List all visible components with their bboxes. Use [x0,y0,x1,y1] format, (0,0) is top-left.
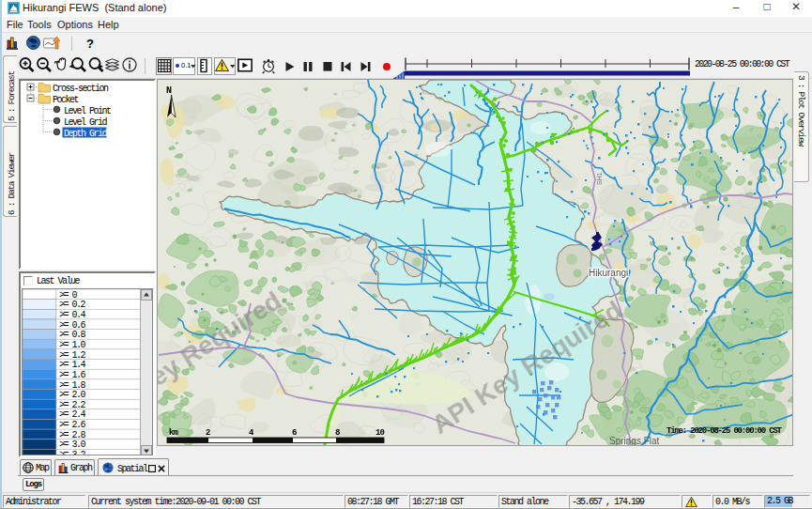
svg-text:6: 6 [292,428,297,438]
svg-text:>= 2.6: >= 2.6 [59,420,86,430]
svg-text:>= 1.6: >= 1.6 [59,370,86,380]
svg-text:>= 2.4: >= 2.4 [59,409,86,420]
svg-text:Cross-section: Cross-section [53,84,109,94]
svg-text:>= 0: >= 0 [59,290,78,301]
svg-text:8: 8 [335,428,340,438]
svg-text:2: 2 [206,428,210,438]
svg-text:>= 0.6: >= 0.6 [59,320,86,331]
svg-text:N: N [166,85,172,96]
svg-text:>= 2.8: >= 2.8 [59,430,86,440]
svg-text:Pocket: Pocket [53,95,79,105]
svg-text:>= 1.2: >= 1.2 [59,350,86,361]
svg-text:Time: 2020-08-25 00:00:00 CST: Time: 2020-08-25 00:00:00 CST [666,426,783,436]
svg-text:>= 3.0: >= 3.0 [59,440,86,450]
svg-text:>= 3.2: >= 3.2 [59,450,86,455]
svg-text:>= 2.2: >= 2.2 [59,400,86,410]
svg-text:Springs Flat: Springs Flat [609,436,660,445]
svg-text:Hikurangi: Hikurangi [589,268,628,278]
svg-text:>= 1.8: >= 1.8 [59,380,86,391]
svg-text:>= 1.0: >= 1.0 [59,340,86,350]
svg-text:>= 0.8: >= 0.8 [59,330,86,340]
svg-text:>= 1.4: >= 1.4 [59,360,86,370]
svg-text:SH1: SH1 [596,172,603,185]
svg-text:10: 10 [375,428,384,438]
svg-text:Level Grid: Level Grid [64,117,108,128]
svg-text:>= 0.2: >= 0.2 [59,300,86,310]
svg-text:Depth Grid: Depth Grid [64,129,108,139]
svg-text:>= 2.0: >= 2.0 [59,390,86,400]
svg-text:>= 0.4: >= 0.4 [59,310,86,320]
svg-text:Level Point: Level Point [64,106,111,116]
